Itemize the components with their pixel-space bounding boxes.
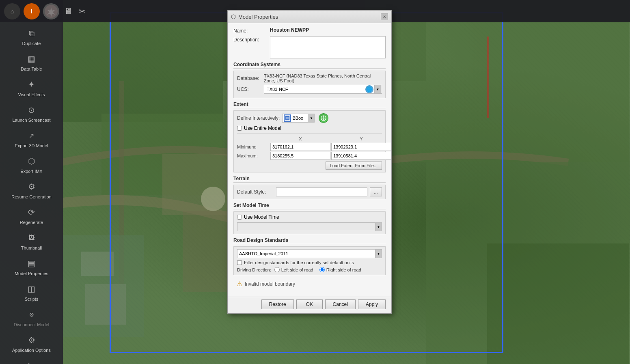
use-entire-model-label: Use Entire Model bbox=[244, 125, 281, 131]
sidebar-item-regenerate[interactable]: ⟳ Regenerate bbox=[7, 203, 56, 227]
name-label: Name: bbox=[233, 27, 270, 34]
model-props-icon: ▤ bbox=[25, 257, 38, 270]
maximum-label: Maximum: bbox=[237, 152, 270, 160]
default-style-input[interactable] bbox=[276, 187, 367, 196]
maximum-y-input[interactable] bbox=[331, 152, 391, 160]
right-side-radio[interactable] bbox=[319, 267, 325, 272]
sidebar-item-message-log[interactable]: ▶ Message Log bbox=[7, 357, 56, 364]
define-interactively-row: Define Interactively: BBox ▼ bbox=[237, 113, 382, 123]
filter-standards-checkbox[interactable] bbox=[237, 260, 242, 265]
driving-radio-group: Left side of road Right side of road bbox=[274, 267, 361, 272]
sidebar-item-data-table[interactable]: ▦ Data Table bbox=[7, 50, 56, 74]
maximum-x-input[interactable] bbox=[270, 152, 330, 160]
warning-icon: ⚠ bbox=[237, 280, 242, 288]
sidebar-item-export-imx[interactable]: ⬡ Export IMX bbox=[7, 152, 56, 176]
database-label: Database: bbox=[237, 75, 261, 81]
use-entire-model-row: Use Entire Model bbox=[237, 125, 382, 131]
terrain-box: Default Style: ... bbox=[233, 185, 386, 199]
monitor-icon[interactable]: 🖥 bbox=[63, 5, 74, 17]
filter-label: Filter design standards for the currentl… bbox=[244, 260, 354, 265]
warning-row: ⚠ Invalid model boundary bbox=[233, 278, 386, 290]
bbox-dropdown-arrow[interactable]: ▼ bbox=[308, 114, 314, 122]
settings-circle[interactable] bbox=[43, 3, 59, 19]
sidebar-item-disconnect[interactable]: ⊗ Disconnect Model bbox=[7, 306, 56, 330]
right-side-option: Right side of road bbox=[319, 267, 361, 272]
database-value: TX83-NCF (NAD83 Texas State Planes, Nort… bbox=[264, 73, 382, 83]
model-time-box: Use Model Time ▼ bbox=[233, 211, 386, 234]
coords-empty-header bbox=[237, 136, 270, 142]
extent-heading: Extent bbox=[233, 101, 386, 108]
sidebar-item-duplicate[interactable]: ⧉ Duplicate bbox=[7, 24, 56, 48]
ucs-row: UCS: TX83-NCF 🌐 ▼ bbox=[237, 85, 382, 94]
model-time-heading: Set Model Time bbox=[233, 202, 386, 209]
data-table-icon: ▦ bbox=[25, 52, 38, 65]
minimum-x-input[interactable] bbox=[270, 143, 330, 151]
define-label: Define Interactively: bbox=[237, 115, 280, 121]
sidebar-item-resume-generation[interactable]: ⚙ Resume Generation bbox=[7, 178, 56, 202]
visual-effects-icon: ✦ bbox=[25, 78, 38, 91]
load-extent-button[interactable]: Load Extent From File... bbox=[326, 162, 382, 170]
name-row: Name: Houston NEWPP bbox=[233, 27, 386, 34]
bbox-select[interactable]: BBox ▼ bbox=[282, 114, 315, 123]
svg-rect-3 bbox=[365, 0, 629, 162]
green-globe-icon[interactable] bbox=[319, 113, 328, 123]
bbox-icon bbox=[284, 114, 291, 122]
driving-direction-label: Driving Direction: bbox=[237, 267, 271, 272]
road-design-select[interactable]: AASHTO_Imperial_2011 ▼ bbox=[237, 249, 382, 258]
extent-box: Define Interactively: BBox ▼ Use Entir bbox=[233, 110, 386, 172]
restore-button[interactable]: Restore bbox=[261, 299, 294, 309]
sidebar-item-screencast[interactable]: ⊙ Launch Screencast bbox=[7, 101, 56, 125]
time-dropdown-arrow[interactable]: ▼ bbox=[375, 223, 382, 231]
minimum-y-input[interactable] bbox=[331, 143, 391, 151]
sidebar-item-export-3d[interactable]: ↗ Export 3D Model bbox=[7, 127, 56, 151]
app-options-icon: ⚙ bbox=[25, 334, 38, 347]
resume-gen-icon: ⚙ bbox=[25, 180, 38, 193]
dialog-close-button[interactable]: ✕ bbox=[381, 13, 388, 20]
dialog-title-text: Model Properties bbox=[238, 14, 378, 20]
export-imx-icon: ⬡ bbox=[25, 155, 38, 168]
sidebar-item-model-properties[interactable]: ▤ Model Properties bbox=[7, 254, 56, 278]
dialog-titlebar[interactable]: ⬡ Model Properties ✕ bbox=[228, 11, 391, 23]
svg-rect-10 bbox=[487, 37, 489, 118]
scripts-icon: ◫ bbox=[25, 282, 38, 295]
ucs-select[interactable]: TX83-NCF 🌐 ▼ bbox=[264, 85, 382, 94]
svg-rect-15 bbox=[286, 117, 289, 119]
apply-button[interactable]: Apply bbox=[358, 299, 386, 309]
use-entire-model-checkbox[interactable] bbox=[237, 126, 242, 131]
coord-systems-box: Database: TX83-NCF (NAD83 Texas State Pl… bbox=[233, 71, 386, 98]
x-header: X bbox=[270, 136, 330, 142]
cancel-button[interactable]: Cancel bbox=[325, 299, 356, 309]
infraworks-button[interactable]: I bbox=[24, 3, 40, 19]
y-header: Y bbox=[331, 136, 391, 142]
ok-button[interactable]: OK bbox=[296, 299, 323, 309]
road-dropdown-arrow[interactable]: ▼ bbox=[375, 250, 382, 258]
coords-grid: X Y Minimum: Maximum: bbox=[237, 136, 382, 160]
ucs-dropdown-arrow[interactable]: ▼ bbox=[374, 85, 381, 93]
disconnect-icon: ⊗ bbox=[25, 308, 38, 321]
time-select[interactable]: ▼ bbox=[237, 222, 382, 231]
sidebar-item-scripts[interactable]: ◫ Scripts bbox=[7, 280, 56, 304]
filter-checkbox-row: Filter design standards for the currentl… bbox=[237, 260, 382, 265]
globe-icon[interactable]: 🌐 bbox=[365, 85, 373, 93]
terrain-ellipsis-button[interactable]: ... bbox=[370, 187, 382, 196]
description-row: Description: bbox=[233, 36, 386, 58]
home-button[interactable]: ⌂ bbox=[4, 3, 20, 19]
database-row: Database: TX83-NCF (NAD83 Texas State Pl… bbox=[237, 73, 382, 83]
tools-icon[interactable]: ✂ bbox=[77, 5, 87, 18]
use-model-time-row: Use Model Time bbox=[237, 214, 382, 220]
warning-text: Invalid model boundary bbox=[245, 281, 295, 287]
duplicate-icon: ⧉ bbox=[25, 27, 38, 40]
svg-rect-9 bbox=[487, 243, 629, 364]
left-side-radio[interactable] bbox=[274, 267, 280, 272]
use-model-time-checkbox[interactable] bbox=[237, 215, 242, 220]
description-textarea[interactable] bbox=[270, 36, 386, 58]
svg-rect-6 bbox=[85, 284, 126, 325]
thumbnail-icon: 🖼 bbox=[25, 231, 38, 244]
dialog-body: Name: Houston NEWPP Description: Coordin… bbox=[228, 23, 391, 297]
sidebar-item-visual-effects[interactable]: ✦ Visual Effects bbox=[7, 75, 56, 99]
left-side-label: Left side of road bbox=[281, 267, 313, 272]
sidebar-item-app-options[interactable]: ⚙ Application Options bbox=[7, 331, 56, 355]
sidebar: ⧉ Duplicate ▦ Data Table ✦ Visual Effect… bbox=[0, 0, 63, 364]
left-side-option: Left side of road bbox=[274, 267, 313, 272]
sidebar-item-thumbnail[interactable]: 🖼 Thumbnail bbox=[7, 229, 56, 253]
